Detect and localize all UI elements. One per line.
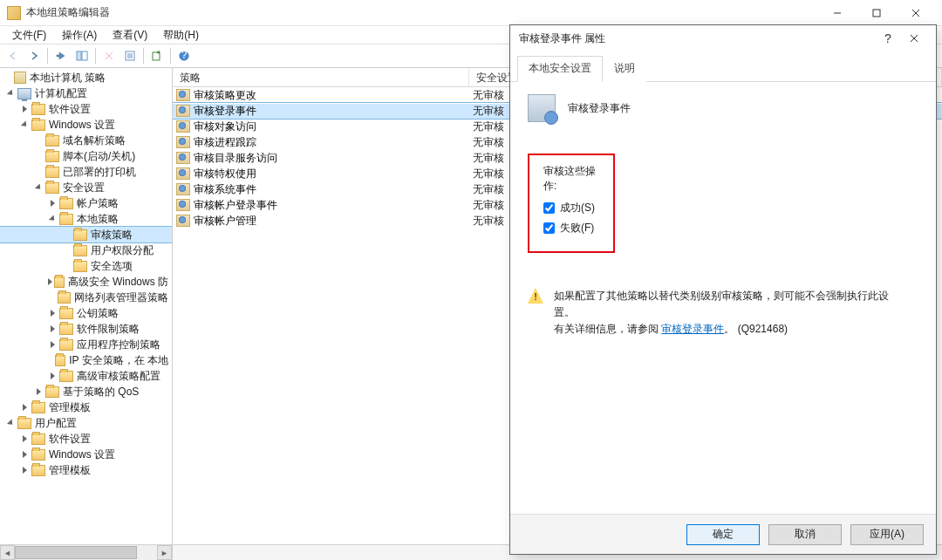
- back-button[interactable]: [3, 46, 23, 65]
- checkbox-failure-input[interactable]: [543, 222, 555, 234]
- minimize-button[interactable]: [817, 1, 857, 25]
- folder-icon: [59, 214, 73, 225]
- info-text: 如果配置了其他策略以替代类别级别审核策略，则可能不会强制执行此设置。 有关详细信…: [554, 288, 894, 338]
- tree-local-policy[interactable]: 本地策略: [0, 211, 172, 227]
- policy-item-icon: [176, 120, 190, 133]
- policy-name: 审核系统事件: [194, 182, 256, 197]
- tree-account-policy[interactable]: 帐户策略: [0, 195, 172, 211]
- scripts-icon: [45, 151, 59, 162]
- tree-software-settings[interactable]: 软件设置: [0, 101, 172, 117]
- policy-item-icon: [176, 136, 190, 148]
- tree-computer-config[interactable]: 计算机配置: [0, 85, 172, 101]
- policy-name: 审核帐户管理: [194, 214, 256, 229]
- tree-security-settings[interactable]: 安全设置: [0, 180, 172, 195]
- folder-icon: [73, 229, 87, 241]
- checkbox-success[interactable]: 成功(S): [543, 201, 599, 215]
- dialog-close-button[interactable]: [901, 26, 927, 51]
- folder-icon: [59, 308, 73, 319]
- folder-icon: [59, 339, 73, 351]
- folder-icon: [31, 434, 45, 445]
- tree-pane[interactable]: 本地计算机 策略 计算机配置 软件设置 Windows 设置 域名解析策略 脚本…: [0, 68, 173, 544]
- folder-icon: [58, 292, 71, 304]
- tree-audit-policy[interactable]: 审核策略: [0, 227, 172, 242]
- tree-windows-settings[interactable]: Windows 设置: [0, 117, 172, 133]
- computer-icon: [17, 88, 31, 99]
- tree-user-config[interactable]: 用户配置: [0, 415, 172, 431]
- tree-adv-audit-cfg[interactable]: 高级审核策略配置: [0, 368, 172, 384]
- note-link[interactable]: 审核登录事件: [661, 323, 724, 335]
- note-line2-pre: 有关详细信息，请参阅: [554, 323, 659, 335]
- policy-item-icon: [176, 105, 190, 117]
- qos-icon: [45, 386, 59, 398]
- info-row: 如果配置了其他策略以替代类别级别审核策略，则可能不会强制执行此设置。 有关详细信…: [528, 288, 918, 338]
- tree-adv-firewall[interactable]: 高级安全 Windows 防: [0, 274, 172, 290]
- tab-local-security[interactable]: 本地安全设置: [517, 56, 603, 82]
- tree-software-restrict[interactable]: 软件限制策略: [0, 321, 172, 337]
- policy-root-icon: [14, 72, 26, 84]
- policy-heading: 审核登录事件: [568, 101, 631, 116]
- maximize-button[interactable]: [857, 1, 896, 25]
- tree-qos[interactable]: 基于策略的 QoS: [0, 384, 172, 400]
- tree-dns-policy[interactable]: 域名解析策略: [0, 133, 172, 148]
- menu-view[interactable]: 查看(V): [106, 26, 154, 44]
- close-button[interactable]: [896, 1, 935, 25]
- apply-button[interactable]: 应用(A): [850, 524, 924, 545]
- policy-icon: [528, 94, 556, 122]
- tree-software-settings-2[interactable]: 软件设置: [0, 431, 172, 447]
- globe-icon: [55, 355, 65, 366]
- dialog-footer: 确定 取消 应用(A): [510, 514, 936, 554]
- show-hide-tree-button[interactable]: [72, 46, 92, 65]
- menu-help[interactable]: 帮助(H): [156, 26, 206, 44]
- user-icon: [17, 418, 31, 429]
- folder-icon: [54, 277, 64, 288]
- dialog-help-button[interactable]: ?: [875, 26, 901, 51]
- toolbar-separator: [95, 48, 96, 64]
- cancel-button[interactable]: 取消: [768, 524, 842, 545]
- ok-button[interactable]: 确定: [686, 524, 760, 545]
- scroll-left-button[interactable]: ◄: [0, 545, 15, 560]
- up-button[interactable]: [51, 46, 71, 65]
- tree-net-list-mgr[interactable]: 网络列表管理器策略: [0, 290, 172, 305]
- tree-deployed-printers[interactable]: 已部署的打印机: [0, 164, 172, 180]
- tree-scripts[interactable]: 脚本(启动/关机): [0, 148, 172, 164]
- tree-admin-templates-1[interactable]: 管理模板: [0, 400, 172, 415]
- svg-rect-5: [82, 51, 87, 60]
- policy-name: 审核进程跟踪: [194, 135, 256, 150]
- export-button[interactable]: [147, 46, 167, 65]
- toolbar-separator: [143, 48, 144, 64]
- checkbox-failure[interactable]: 失败(F): [543, 221, 599, 236]
- group-label: 审核这些操作:: [543, 164, 599, 194]
- tree-pubkey-policy[interactable]: 公钥策略: [0, 305, 172, 321]
- folder-icon: [31, 104, 45, 115]
- dialog-title: 审核登录事件 属性: [519, 31, 875, 46]
- col-policy[interactable]: 策略: [173, 68, 469, 86]
- checkbox-success-input[interactable]: [543, 202, 555, 214]
- tree-security-options[interactable]: 安全选项: [0, 258, 172, 274]
- svg-text:?: ?: [181, 51, 188, 61]
- shield-icon: [45, 182, 59, 194]
- tree-user-rights[interactable]: 用户权限分配: [0, 242, 172, 258]
- toolbar-separator: [170, 48, 171, 64]
- tree-root[interactable]: 本地计算机 策略: [0, 70, 172, 85]
- scroll-track[interactable]: [15, 545, 157, 560]
- properties-button[interactable]: [120, 46, 140, 65]
- folder-icon: [31, 449, 45, 461]
- scroll-right-button[interactable]: ►: [157, 545, 172, 560]
- folder-icon: [59, 324, 73, 335]
- forward-button[interactable]: [24, 46, 44, 65]
- checkbox-success-label: 成功(S): [560, 201, 595, 215]
- tab-explain[interactable]: 说明: [603, 56, 646, 82]
- delete-button[interactable]: [99, 46, 119, 65]
- tree-admin-templates-2[interactable]: 管理模板: [0, 462, 172, 478]
- policy-name: 审核目录服务访问: [194, 151, 277, 166]
- help-button[interactable]: ?: [174, 46, 194, 65]
- menu-file[interactable]: 文件(F): [5, 26, 53, 44]
- tree-appctrl-policy[interactable]: 应用程序控制策略: [0, 337, 172, 352]
- window-title: 本地组策略编辑器: [26, 5, 817, 20]
- policy-name: 审核特权使用: [194, 167, 256, 181]
- folder-icon: [31, 465, 45, 476]
- tree-windows-settings-2[interactable]: Windows 设置: [0, 447, 172, 462]
- policy-name: 审核登录事件: [194, 104, 256, 119]
- tree-ipsec-policy[interactable]: IP 安全策略，在 本地: [0, 352, 172, 368]
- menu-action[interactable]: 操作(A): [55, 26, 104, 44]
